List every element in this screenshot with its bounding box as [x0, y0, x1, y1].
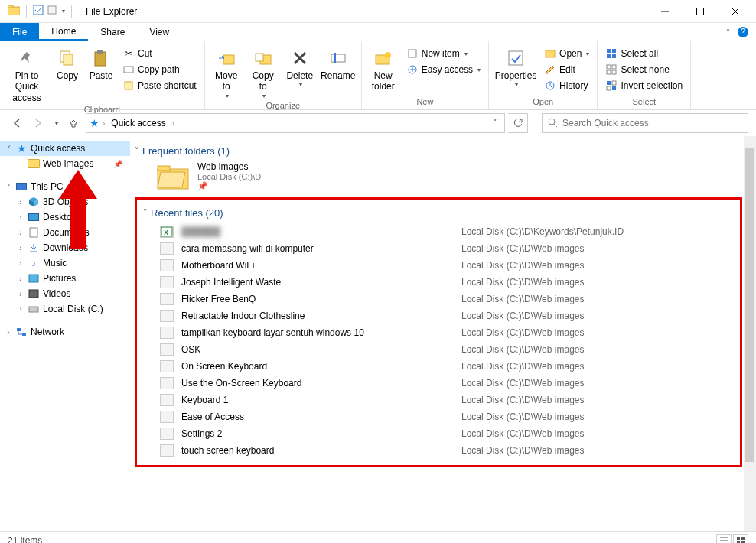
minimize-button[interactable] — [647, 0, 683, 23]
tab-share[interactable]: Share — [88, 23, 137, 41]
new-item-button[interactable]: New item▾ — [403, 46, 484, 61]
tree-this-pc[interactable]: ˅ This PC — [0, 179, 130, 194]
recent-file-row[interactable]: On Screen KeyboardLocal Disk (C:)\D\Web … — [143, 358, 734, 375]
recent-file-row[interactable]: Flicker Free BenQLocal Disk (C:)\D\Web i… — [143, 291, 734, 307]
properties-button[interactable]: Properties▾ — [494, 46, 538, 90]
svg-rect-1 — [8, 5, 13, 8]
recent-file-row[interactable]: Settings 2Local Disk (C:)\D\Web images — [143, 425, 734, 442]
help-icon[interactable]: ? — [738, 27, 748, 37]
back-button[interactable] — [8, 114, 26, 132]
paste-shortcut-button[interactable]: Paste shortcut — [119, 78, 200, 93]
move-to-button[interactable]: Move to▾ — [210, 46, 243, 101]
qat-properties-icon[interactable] — [33, 5, 44, 18]
recent-file-row[interactable]: touch screen keyboardLocal Disk (C:)\D\W… — [143, 442, 734, 459]
paste-button[interactable]: Paste — [86, 46, 116, 83]
select-none-button[interactable]: Select none — [602, 62, 686, 77]
frequent-folders-header[interactable]: ˅ Frequent folders (1) — [135, 141, 742, 161]
up-button[interactable] — [64, 114, 83, 132]
tree-downloads[interactable]: ›Downloads — [0, 240, 130, 255]
tree-documents[interactable]: ›Documents — [0, 225, 130, 240]
edit-button[interactable]: Edit — [541, 62, 592, 77]
tree-videos[interactable]: ›Videos — [0, 286, 130, 301]
tree-quick-access[interactable]: ˅ ★ Quick access — [0, 141, 130, 156]
invert-selection-button[interactable]: Invert selection — [602, 78, 686, 93]
group-organize-label: Organize — [210, 101, 357, 112]
view-details-button[interactable] — [716, 534, 732, 544]
delete-button[interactable]: Delete▾ — [283, 46, 317, 90]
qat-new-icon[interactable] — [47, 5, 57, 18]
history-button[interactable]: History — [541, 78, 592, 93]
pin-icon: 📌 — [197, 181, 261, 191]
recent-file-row[interactable]: tampilkan keyboard layar sentuh windows … — [143, 324, 734, 341]
easy-access-icon — [406, 63, 419, 76]
new-folder-icon — [373, 47, 394, 69]
svg-rect-2 — [34, 5, 43, 15]
recent-file-row[interactable]: Ease of AccessLocal Disk (C:)\D\Web imag… — [143, 408, 734, 425]
recent-locations-dropdown[interactable]: ▾ — [51, 114, 61, 132]
close-button[interactable] — [718, 0, 753, 23]
copy-button[interactable]: Copy — [52, 46, 83, 83]
tab-file[interactable]: File — [0, 23, 39, 41]
image-file-icon — [160, 377, 174, 389]
tree-desktop[interactable]: ›Desktop — [0, 210, 130, 225]
downloads-icon — [28, 242, 40, 254]
forward-button[interactable] — [29, 114, 47, 132]
move-to-icon — [216, 47, 237, 69]
address-dropdown[interactable]: ˅ — [489, 118, 501, 128]
recent-file-path: Local Disk (C:)\D\Web images — [461, 277, 585, 288]
breadcrumb-quick-access[interactable]: Quick access — [108, 118, 168, 128]
recent-file-name: tampilkan keyboard layar sentuh windows … — [181, 327, 461, 338]
tree-network[interactable]: ›Network — [0, 324, 130, 340]
pin-to-quick-access-button[interactable]: Pin to Quick access — [5, 46, 49, 105]
tab-view[interactable]: View — [137, 23, 181, 41]
recent-file-path: Local Disk (C:)\D\Web images — [461, 260, 585, 271]
easy-access-button[interactable]: Easy access▾ — [403, 62, 484, 77]
recent-files-header[interactable]: ˅ Recent files (20) — [143, 203, 734, 223]
frequent-folder-item[interactable]: Web images Local Disk (C:)\D 📌 — [156, 161, 742, 191]
ribbon-collapse-icon[interactable]: ˄ — [726, 28, 730, 36]
recent-file-row[interactable]: X██████Local Disk (C:)\D\Keywords\Petunj… — [143, 223, 734, 240]
refresh-button[interactable] — [508, 113, 528, 133]
tree-music[interactable]: ›♪Music — [0, 255, 130, 271]
maximize-button[interactable] — [683, 0, 718, 23]
group-open-label: Open — [494, 97, 592, 108]
image-file-icon — [160, 259, 174, 272]
recent-file-row[interactable]: Joseph Intelligent WasteLocal Disk (C:)\… — [143, 274, 734, 291]
svg-rect-44 — [29, 275, 38, 282]
recent-file-row[interactable]: Use the On-Screen KeyboardLocal Disk (C:… — [143, 375, 734, 392]
pc-icon — [15, 180, 28, 193]
recent-file-path: Local Disk (C:)\D\Web images — [461, 361, 585, 372]
recent-file-path: Local Disk (C:)\D\Web images — [461, 395, 585, 405]
view-large-icons-button[interactable] — [733, 534, 748, 544]
quick-access-icon: ★ — [15, 142, 28, 154]
recent-file-row[interactable]: Motherboard WiFiLocal Disk (C:)\D\Web im… — [143, 257, 734, 274]
recent-file-row[interactable]: OSKLocal Disk (C:)\D\Web images — [143, 341, 734, 358]
copy-to-button[interactable]: Copy to▾ — [246, 46, 280, 101]
tree-web-images[interactable]: Web images 📌 — [0, 156, 130, 171]
open-button[interactable]: Open▾ — [541, 46, 592, 61]
rename-button[interactable]: Rename — [320, 46, 357, 83]
disk-icon — [28, 303, 40, 315]
qat-customize-dropdown[interactable]: ▾ — [62, 8, 65, 15]
recent-file-row[interactable]: Keyboard 1Local Disk (C:)\D\Web images — [143, 392, 734, 408]
recent-file-row[interactable]: cara memasang wifi di komputerLocal Disk… — [143, 240, 734, 257]
new-folder-button[interactable]: New folder — [367, 46, 400, 94]
chevron-down-icon[interactable]: ˅ — [5, 183, 12, 191]
tree-pictures[interactable]: ›Pictures — [0, 271, 130, 286]
recent-file-path: Local Disk (C:)\D\Web images — [461, 428, 585, 439]
vertical-scrollbar[interactable] — [744, 136, 756, 531]
chevron-down-icon[interactable]: ˅ — [5, 145, 12, 153]
recent-file-row[interactable]: Retractable Indoor ClotheslineLocal Disk… — [143, 307, 734, 324]
select-all-button[interactable]: Select all — [602, 46, 686, 61]
tree-3d-objects[interactable]: ›3D Objects — [0, 194, 130, 210]
recent-file-name: On Screen Keyboard — [181, 361, 461, 372]
cut-button[interactable]: ✂Cut — [119, 46, 200, 61]
tree-local-disk[interactable]: ›Local Disk (C:) — [0, 301, 130, 317]
tab-home[interactable]: Home — [39, 23, 88, 41]
recent-file-path: Local Disk (C:)\D\Web images — [461, 411, 585, 422]
copy-path-button[interactable]: Copy path — [119, 62, 200, 77]
search-input[interactable] — [562, 118, 743, 128]
svg-rect-0 — [8, 7, 20, 15]
search-box[interactable] — [542, 113, 748, 133]
address-bar[interactable]: ★ › Quick access › ˅ — [86, 113, 505, 133]
